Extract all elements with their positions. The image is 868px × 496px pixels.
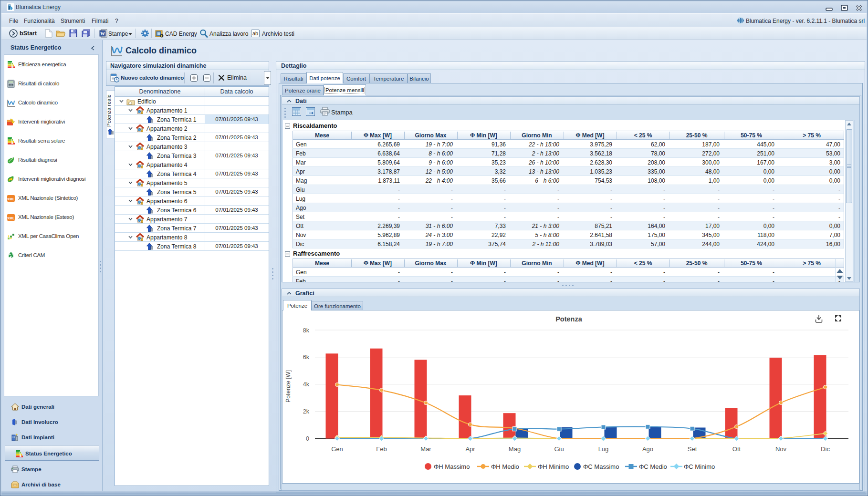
svg-text:6k: 6k	[303, 354, 310, 361]
svg-text:4k: 4k	[303, 381, 310, 388]
svg-text:8k: 8k	[303, 327, 310, 334]
svg-text:W: W	[100, 31, 105, 36]
svg-text:2k: 2k	[303, 408, 310, 415]
svg-text:Set: Set	[688, 445, 697, 453]
svg-text:ΦH Minimo: ΦH Minimo	[538, 463, 569, 470]
svg-text:Potenze [W]: Potenze [W]	[285, 370, 292, 403]
svg-text:Potenza: Potenza	[555, 315, 583, 323]
svg-text:Nov: Nov	[775, 445, 787, 453]
svg-text:Giu: Giu	[554, 445, 564, 453]
svg-text:ΦC Massimo: ΦC Massimo	[583, 463, 619, 470]
svg-text:Mag: Mag	[509, 445, 521, 453]
svg-text:Potenza reale: Potenza reale	[107, 94, 112, 127]
svg-text:Feb: Feb	[376, 445, 387, 453]
svg-text:ΦH Medio: ΦH Medio	[491, 463, 519, 470]
svg-text:Lug: Lug	[598, 445, 609, 453]
svg-text:ΦH Massimo: ΦH Massimo	[434, 463, 470, 470]
svg-text:XML: XML	[7, 197, 15, 201]
svg-text:Dic: Dic	[821, 445, 830, 453]
svg-text:Ott: Ott	[732, 445, 741, 453]
svg-text:XML: XML	[7, 216, 15, 220]
svg-text:Ago: Ago	[642, 445, 653, 453]
svg-text:0: 0	[306, 435, 309, 442]
svg-text:Apr: Apr	[465, 445, 475, 453]
svg-text:Mar: Mar	[420, 445, 431, 453]
svg-text:ΦC Medio: ΦC Medio	[639, 463, 667, 470]
svg-text:Gen: Gen	[331, 445, 343, 453]
svg-text:ΦC Minimo: ΦC Minimo	[684, 463, 715, 470]
